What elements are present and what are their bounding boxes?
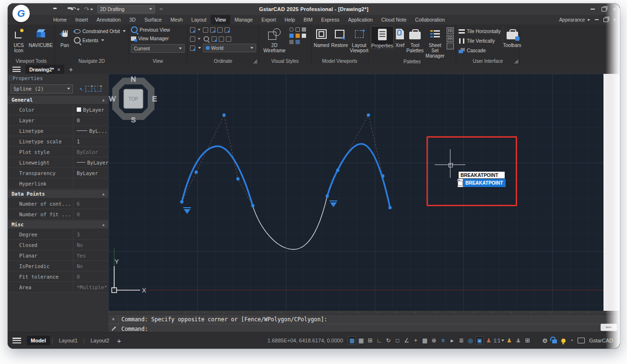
drawing-canvas[interactable]: Y X TOP N E S W BREAKATPOINT BRE [108,74,603,311]
property-row-transparency[interactable]: TransparencyByLayer [8,168,108,178]
horizontal-scrollbar[interactable] [108,311,620,314]
tile-vertically-button[interactable]: Tile Vertically [459,37,501,45]
tab-export[interactable]: Export [257,15,280,24]
status-toggle-object-tracking[interactable]: ⊕ [430,336,438,345]
property-row-planar[interactable]: PlanarYes [8,250,108,261]
status-toggle-ortho-mode[interactable]: ∟ [375,336,383,345]
2d-wireframe-button[interactable]: 2D Wireframe [261,26,287,53]
navicube-west[interactable]: W [109,94,116,103]
layout-tab-layout2[interactable]: Layout2 [87,336,113,345]
minimize-button[interactable] [591,9,595,10]
unlock-icon[interactable] [552,340,557,343]
status-toggle-annotation-visibility[interactable]: ♟ [505,336,513,345]
command-resize-grip[interactable] [601,324,617,331]
app-logo[interactable]: G [12,5,30,22]
mdi-close-button[interactable]: × [613,17,616,23]
restore-button[interactable] [602,7,606,12]
select-objects-icon[interactable] [95,86,101,92]
tool-palettes-button[interactable]: Tool Palettes [406,26,424,53]
workspace-select[interactable]: 2D Drafting [97,5,155,13]
tab-drawing2[interactable]: Drawing2* × [25,65,64,74]
tile-horizontally-button[interactable]: Tile Horizontally [459,27,501,35]
status-hamburger-icon[interactable] [12,338,21,343]
calculator-icon[interactable] [447,35,454,42]
cascade-button[interactable]: Cascade [459,47,501,54]
menu-hamburger-icon[interactable] [12,67,21,72]
section-header-data-points[interactable]: Data Points▲ [8,189,108,199]
status-toggle-grid-display[interactable]: ▦ [348,336,356,345]
navicube-east[interactable]: E [152,94,157,103]
status-toggle-polar-tracking[interactable]: ↻ [384,336,392,345]
ucs-world-select[interactable]: World [190,44,256,52]
status-toggle-palette-table[interactable]: ⊞ [523,336,532,345]
property-row-color[interactable]: ColorByLayer [8,105,108,115]
tab-mesh[interactable]: Mesh [166,15,187,24]
status-toggle-annotation-autoscale[interactable]: ♟ [514,336,522,345]
ordinate-dialog-launcher[interactable] [253,59,257,63]
status-toggle-quick-properties[interactable]: ▸ [448,336,456,345]
tab-view[interactable]: View [211,15,230,24]
ordinate-row-2[interactable] [190,35,256,43]
layout-tab-layout1[interactable]: Layout1 [55,336,82,345]
property-row-fit-tolerance[interactable]: Fit tolerance0 [8,271,108,282]
tab-bim[interactable]: BIM [299,15,317,24]
tab-layout[interactable]: Layout [187,15,211,24]
layout-viewport-button[interactable]: Layout Viewport [350,26,368,53]
dwg-compare-icon[interactable] [447,27,454,34]
clean-screen-icon[interactable] [578,338,585,343]
named-viewports-button[interactable]: Named [314,26,329,48]
undo-icon[interactable]: ↶ [71,5,80,13]
toolbars-button[interactable]: Toolbars [503,26,521,48]
tab-annotation[interactable]: Annotation [92,15,125,24]
constrained-orbit-button[interactable]: Constrained Orbit [74,27,126,35]
tab-3d[interactable]: 3D [125,15,140,24]
property-row-linetype[interactable]: LinetypeByL... [8,126,108,136]
ucs-icon-button[interactable]: UCS Icon [10,26,27,53]
dynamic-input-field[interactable]: BREAKATPOINT [459,172,505,178]
status-toggle-grid-snap[interactable]: ▦ [357,336,365,345]
add-layout-button[interactable]: + [117,337,121,345]
select-cursor-icon[interactable]: ↖ [80,85,83,92]
tab-surface[interactable]: Surface [140,15,166,24]
tab-manage[interactable]: Manage [230,15,257,24]
close-button[interactable]: × [613,7,616,12]
property-row-area[interactable]: Area*Multiple* [8,282,108,293]
mdi-minimize-button[interactable] [595,19,599,20]
tab-cloud-note[interactable]: Cloud Note [377,15,411,24]
property-row-layer[interactable]: Layer0 [8,115,108,126]
status-toggle-workspace-window[interactable]: ▣ [475,336,484,345]
navicube-button[interactable]: NAVICUBE [29,26,52,48]
tab-express[interactable]: Express [317,15,344,24]
mdi-restore-button[interactable] [603,18,608,22]
property-row-lineweight[interactable]: LineweightByLayer [8,157,108,168]
property-row-closed[interactable]: ClosedNo [8,240,108,250]
tab-home[interactable]: Home [49,15,71,24]
status-toggle-object-snap[interactable]: + [412,336,420,345]
visual-style-thumbnails[interactable] [289,26,307,45]
autocomplete-suggestion[interactable]: BREAKATPOINT [463,179,506,187]
close-tab-icon[interactable]: × [57,67,60,72]
ui-dialog-launcher[interactable] [514,59,518,63]
previous-view-button[interactable]: Previous View [131,26,185,34]
property-row-plot-style[interactable]: Plot styleByColor [8,147,108,157]
view-manager-button[interactable]: View Manager [131,35,185,42]
new-tab-button[interactable]: + [69,66,73,73]
status-toggle-snap-grid-2[interactable]: ▩ [421,336,429,345]
appearance-menu[interactable]: Appearance [559,17,590,23]
view-current-select[interactable]: Current [131,44,185,53]
quick-select-icon[interactable] [85,86,92,92]
navicube[interactable]: TOP N E S W [108,74,158,124]
lightbulb-icon[interactable] [561,339,566,343]
ordinate-row-1[interactable] [190,26,256,34]
status-toggle-isodraft[interactable]: □ [393,336,402,345]
tab-insert[interactable]: Insert [71,15,92,24]
status-toggle-snap-mode[interactable]: ⊞ [366,336,374,345]
status-toggle-angle-snap[interactable]: ∠ [402,336,411,345]
qat-customize-icon[interactable]: ≂ [159,6,163,12]
layout-tab-model[interactable]: Model [27,336,50,345]
section-header-general[interactable]: General▲ [8,95,108,105]
navicube-north[interactable]: N [131,75,136,83]
property-row-degree[interactable]: Degree3 [8,229,108,240]
performance-gauge-icon[interactable]: ◔ [570,337,573,344]
navicube-south[interactable]: S [131,116,136,124]
